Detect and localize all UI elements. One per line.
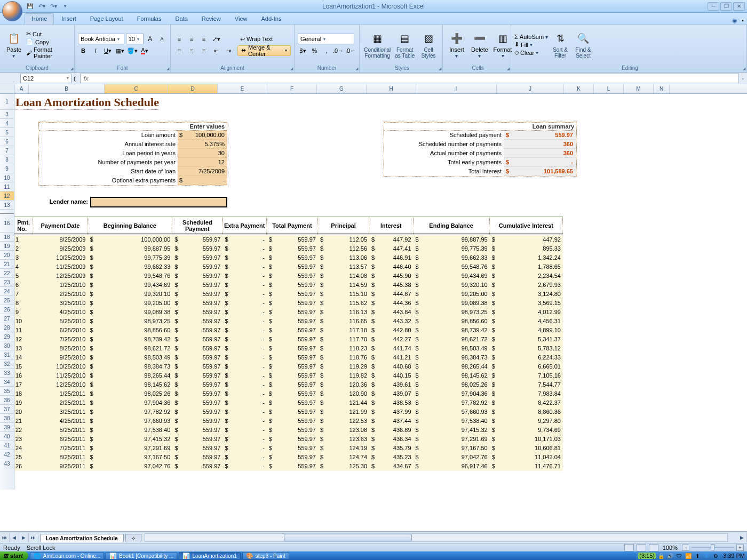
- percent-button[interactable]: %: [309, 45, 320, 56]
- wrap-text-button[interactable]: ↩Wrap Text: [237, 34, 291, 44]
- lender-name-cell[interactable]: [90, 197, 227, 207]
- amortization-row[interactable]: 269/25/2011$97,042.76$559.97$-$559.97$12…: [14, 462, 563, 471]
- input-value-cell[interactable]: $100,000.00: [178, 131, 227, 140]
- page-layout-view-button[interactable]: [637, 544, 646, 551]
- column-header-I[interactable]: I: [416, 84, 497, 93]
- currency-button[interactable]: $▾: [298, 45, 308, 56]
- row-header[interactable]: [0, 210, 14, 214]
- tray-icon[interactable]: ⓑ: [703, 552, 710, 559]
- amortization-row[interactable]: 116/25/2010$98,856.60$559.97$-$559.97$11…: [14, 326, 563, 335]
- row-header[interactable]: 39: [0, 423, 14, 432]
- zoom-slider-thumb[interactable]: [711, 544, 714, 550]
- amortization-row[interactable]: 1712/25/2010$98,145.62$559.97$-$559.97$1…: [14, 380, 563, 389]
- first-sheet-button[interactable]: ⏮: [0, 533, 10, 542]
- row-header[interactable]: 23: [0, 278, 14, 287]
- row-header[interactable]: 11: [0, 182, 14, 191]
- tray-icon[interactable]: 🛡: [676, 552, 683, 559]
- row-header[interactable]: 12: [0, 191, 14, 201]
- hscroll-thumb[interactable]: [284, 534, 412, 541]
- zoom-in-button[interactable]: +: [736, 545, 744, 551]
- comma-button[interactable]: ,: [321, 45, 331, 56]
- fill-button[interactable]: ⬇Fill▾: [514, 41, 548, 48]
- save-icon[interactable]: 💾: [26, 2, 34, 11]
- prev-sheet-button[interactable]: ◀: [10, 533, 19, 542]
- row-header[interactable]: 1: [0, 94, 14, 110]
- row-header[interactable]: 3: [0, 110, 14, 119]
- minimize-button[interactable]: ─: [708, 2, 719, 11]
- amortization-row[interactable]: 236/25/2011$97,415.32$559.97$-$559.97$12…: [14, 435, 563, 444]
- align-middle-button[interactable]: ≡: [186, 34, 197, 44]
- help-icon[interactable]: ◉: [732, 17, 737, 24]
- row-header[interactable]: 27: [0, 314, 14, 323]
- row-header[interactable]: 18: [0, 233, 14, 242]
- tab-home[interactable]: Home: [25, 13, 54, 24]
- font-name-combo[interactable]: Book Antiqua: [78, 34, 124, 44]
- row-header[interactable]: 24: [0, 287, 14, 296]
- find-select-button[interactable]: 🔍Find & Select: [573, 30, 594, 60]
- name-box[interactable]: C12: [20, 74, 71, 83]
- amortization-row[interactable]: 512/25/2009$99,548.76$559.97$-$559.97$11…: [14, 271, 563, 281]
- bold-button[interactable]: B: [78, 45, 89, 56]
- row-header[interactable]: 5: [0, 128, 14, 137]
- format-cells-button[interactable]: ▥Format▾: [492, 30, 513, 60]
- tray-clock[interactable]: 3:39 PM: [723, 553, 745, 559]
- next-sheet-button[interactable]: ▶: [19, 533, 29, 542]
- expand-formula-bar-icon[interactable]: ⌄: [741, 76, 745, 81]
- font-size-combo[interactable]: 10: [126, 34, 144, 44]
- tab-insert[interactable]: Insert: [55, 14, 83, 24]
- amortization-row[interactable]: 1611/25/2010$98,265.44$559.97$-$559.97$1…: [14, 371, 563, 380]
- row-header[interactable]: 37: [0, 405, 14, 414]
- row-header[interactable]: 42: [0, 450, 14, 459]
- close-button[interactable]: ✕: [733, 2, 745, 11]
- format-painter-button[interactable]: 🖌Format Painter: [26, 46, 71, 59]
- amortization-row[interactable]: 72/25/2010$99,320.10$559.97$-$559.97$115…: [14, 290, 563, 299]
- row-header[interactable]: 32: [0, 359, 14, 369]
- amortization-row[interactable]: 105/25/2010$98,973.25$559.97$-$559.97$11…: [14, 317, 563, 326]
- align-right-button[interactable]: ≡: [198, 45, 209, 56]
- input-value-cell[interactable]: 30: [178, 149, 227, 158]
- insert-cells-button[interactable]: ➕Insert▾: [446, 30, 467, 60]
- row-header[interactable]: 9: [0, 164, 14, 173]
- page-break-view-button[interactable]: [649, 544, 658, 551]
- row-header[interactable]: 10: [0, 173, 14, 182]
- row-header[interactable]: 31: [0, 350, 14, 359]
- amortization-row[interactable]: 94/25/2010$99,089.38$559.97$-$559.97$116…: [14, 308, 563, 317]
- number-format-combo[interactable]: General: [298, 34, 354, 44]
- amortization-row[interactable]: 225/25/2011$97,538.40$559.97$-$559.97$12…: [14, 426, 563, 435]
- qat-customize-icon[interactable]: ▾: [61, 2, 69, 11]
- column-header-B[interactable]: B: [29, 84, 105, 93]
- column-header-G[interactable]: G: [317, 84, 367, 93]
- column-header-N[interactable]: N: [654, 84, 670, 93]
- taskbar-task[interactable]: 📊Book1 [Compatibility ...: [106, 552, 177, 559]
- row-header[interactable]: 4: [0, 119, 14, 128]
- start-button[interactable]: ⊞start: [0, 551, 28, 560]
- copy-button[interactable]: 📄Copy: [26, 38, 71, 45]
- row-header[interactable]: 36: [0, 396, 14, 405]
- row-header[interactable]: 7: [0, 146, 14, 155]
- align-top-button[interactable]: ≡: [174, 34, 185, 44]
- taskbar-task[interactable]: 🌐AimLoan.com - Online...: [30, 552, 104, 559]
- input-value-cell[interactable]: 12: [178, 158, 227, 167]
- amortization-row[interactable]: 203/25/2011$97,782.92$559.97$-$559.97$12…: [14, 407, 563, 417]
- amortization-row[interactable]: 247/25/2011$97,291.69$559.97$-$559.97$12…: [14, 444, 563, 453]
- zoom-out-button[interactable]: −: [682, 545, 689, 551]
- insert-sheet-tab[interactable]: ✧: [125, 534, 141, 542]
- amortization-row[interactable]: 29/25/2009$99,887.95$559.97$-$559.97$112…: [14, 244, 563, 253]
- row-header[interactable]: 26: [0, 305, 14, 314]
- row-header[interactable]: 22: [0, 269, 14, 278]
- sort-filter-button[interactable]: ⇅Sort & Filter: [550, 30, 571, 60]
- cell-styles-button[interactable]: ▨Cell Styles: [418, 30, 439, 60]
- input-value-cell[interactable]: $-: [178, 176, 227, 185]
- restore-button[interactable]: ❐: [720, 2, 732, 11]
- font-color-button[interactable]: A▾: [139, 45, 150, 56]
- align-bottom-button[interactable]: ≡: [198, 34, 209, 44]
- sheet-tab-active[interactable]: Loan Amortization Schedule: [40, 534, 124, 542]
- redo-icon[interactable]: ↷▾: [49, 2, 58, 11]
- column-header-L[interactable]: L: [594, 84, 624, 93]
- grow-font-button[interactable]: A: [145, 34, 155, 44]
- formula-bar[interactable]: fx: [80, 74, 739, 83]
- taskbar-task[interactable]: 🎨step3 - Paint: [242, 552, 289, 559]
- column-header-H[interactable]: H: [367, 84, 416, 93]
- input-value-cell[interactable]: 5.375%: [178, 140, 227, 149]
- row-header[interactable]: 19: [0, 242, 14, 251]
